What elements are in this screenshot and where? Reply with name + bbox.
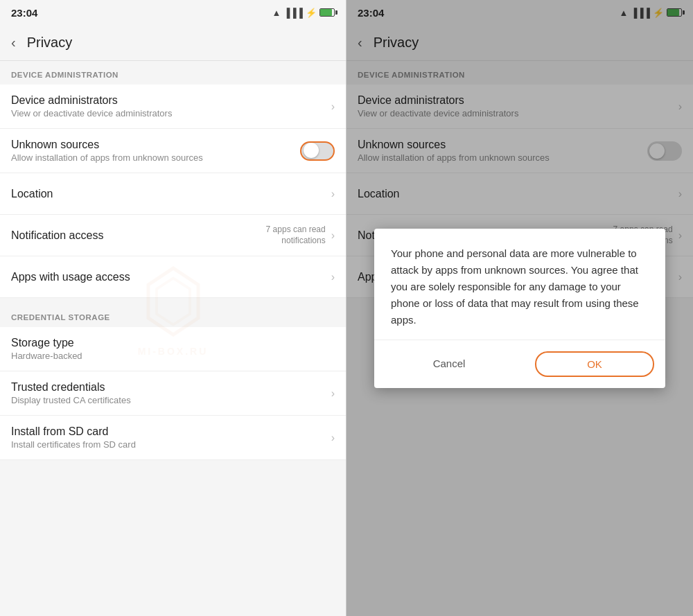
item-title-location-left: Location [11, 188, 326, 200]
item-subtitle-unknown-sources-left: Allow installation of apps from unknown … [11, 152, 295, 163]
chevron-apps-usage-left: › [331, 271, 335, 283]
section-header-device-admin-left: DEVICE ADMINISTRATION [0, 61, 346, 85]
toggle-knob-left [304, 143, 319, 158]
item-storage-type-left[interactable]: Storage type Hardware-backed [0, 327, 346, 371]
section-gap-left [0, 298, 346, 303]
dialog-overlay: Your phone and personal data are more vu… [346, 0, 693, 616]
chevron-location-left: › [331, 188, 335, 200]
item-subtitle-install-sd-left: Install certificates from SD card [11, 439, 326, 450]
item-subtitle-trusted-left: Display trusted CA certificates [11, 395, 326, 405]
item-install-sd-left[interactable]: Install from SD card Install certificate… [0, 416, 346, 460]
dialog-message: Your phone and personal data are more vu… [391, 247, 639, 326]
item-subtitle-device-admin-left: View or deactivate device administrators [11, 108, 326, 118]
left-panel: 23:04 ▲ ▐▐▐ ⚡ ‹ Privacy DEVICE ADMINISTR… [0, 0, 346, 616]
dialog-actions: Cancel OK [374, 340, 665, 388]
chevron-trusted-left: › [331, 387, 335, 400]
signal-icon-left: ▐▐▐ [283, 8, 303, 18]
dialog-ok-button[interactable]: OK [535, 351, 654, 377]
status-icons-left: ▲ ▐▐▐ ⚡ [272, 8, 335, 18]
wifi-icon-left: ▲ [272, 8, 281, 18]
item-unknown-sources-left[interactable]: Unknown sources Allow installation of ap… [0, 129, 346, 173]
item-title-notification-left: Notification access [11, 229, 251, 242]
status-bar-left: 23:04 ▲ ▐▐▐ ⚡ [0, 0, 346, 25]
toggle-unknown-sources-left[interactable] [300, 141, 335, 161]
badge-notification-left: 7 apps can read notifications [256, 225, 326, 246]
chevron-device-admin-left: › [331, 100, 335, 113]
item-title-trusted-left: Trusted credentials [11, 381, 326, 394]
time-left: 23:04 [11, 7, 37, 19]
item-title-install-sd-left: Install from SD card [11, 425, 326, 438]
item-title-apps-usage-left: Apps with usage access [11, 271, 326, 283]
dialog-cancel-wrap[interactable]: Cancel [374, 348, 524, 380]
dialog-content: Your phone and personal data are more vu… [374, 229, 665, 340]
dialog-box: Your phone and personal data are more vu… [374, 229, 665, 388]
section-header-credential-left: CREDENTIAL STORAGE [0, 303, 346, 327]
item-subtitle-storage-type-left: Hardware-backed [11, 351, 335, 361]
item-title-unknown-sources-left: Unknown sources [11, 139, 295, 151]
top-bar-left: ‹ Privacy [0, 25, 346, 61]
battery-fill-left [320, 9, 332, 16]
chevron-notification-left: › [331, 229, 335, 242]
chevron-install-sd-left: › [331, 432, 335, 444]
back-button-left[interactable]: ‹ [11, 35, 16, 51]
battery-icon-left [319, 8, 335, 17]
dialog-ok-wrap[interactable]: OK [524, 340, 665, 388]
dialog-cancel-label[interactable]: Cancel [433, 358, 466, 369]
page-title-left: Privacy [27, 35, 73, 51]
dialog-actions-inner: Cancel OK [374, 340, 665, 388]
item-notification-access-left[interactable]: Notification access 7 apps can read noti… [0, 215, 346, 256]
charging-icon-left: ⚡ [306, 8, 317, 18]
right-panel: 23:04 ▲ ▐▐▐ ⚡ ‹ Privacy DEVICE ADMINISTR… [346, 0, 693, 616]
item-apps-usage-left[interactable]: Apps with usage access › [0, 256, 346, 298]
item-location-left[interactable]: Location › [0, 173, 346, 215]
content-area-left: DEVICE ADMINISTRATION Device administrat… [0, 61, 346, 616]
item-trusted-credentials-left[interactable]: Trusted credentials Display trusted CA c… [0, 371, 346, 416]
item-title-device-admin-left: Device administrators [11, 94, 326, 107]
item-title-storage-type-left: Storage type [11, 337, 335, 349]
item-device-administrators-left[interactable]: Device administrators View or deactivate… [0, 85, 346, 129]
